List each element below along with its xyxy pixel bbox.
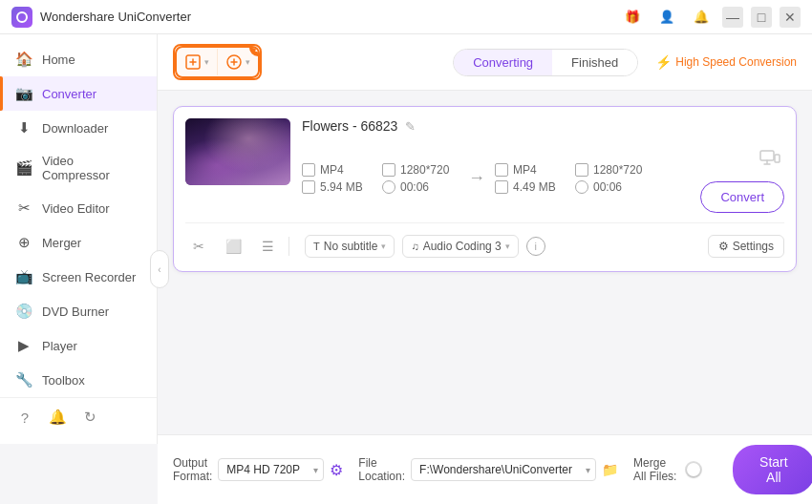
sidebar-item-compressor-label: Video Compressor [42, 154, 141, 182]
help-icon[interactable]: ? [15, 408, 34, 427]
user-icon: 👤 [659, 10, 674, 24]
source-resolution: 1280*720 [400, 163, 449, 177]
duration-icon [382, 180, 395, 194]
format-icon [302, 163, 315, 177]
subtitle-select[interactable]: T No subtitle ▾ [305, 235, 395, 258]
sidebar-item-dvd-label: DVD Burner [42, 304, 109, 319]
file-card: Flowers - 66823 ✎ MP4 [173, 106, 797, 272]
source-duration-item: 00:06 [382, 180, 459, 194]
file-location-select-wrapper: F:\Wondershare\UniConverter [411, 458, 596, 481]
gift-icon: 🎁 [625, 10, 640, 24]
tab-finished[interactable]: Finished [552, 50, 637, 75]
device-svg [758, 147, 780, 170]
trim-icon[interactable]: ✂ [185, 233, 212, 260]
crop-icon[interactable]: ⬜ [220, 233, 246, 260]
file-thumbnail [185, 118, 290, 185]
convert-button[interactable]: Convert [700, 181, 784, 213]
titlebar-actions: 🎁 👤 🔔 — □ ✕ [619, 4, 801, 31]
refresh-icon[interactable]: ↻ [80, 408, 99, 427]
file-location-select[interactable]: F:\Wondershare\UniConverter [411, 458, 596, 481]
output-format-select[interactable]: MP4 HD 720P [218, 458, 324, 481]
add-file-button[interactable]: ▾ [177, 48, 217, 76]
close-button[interactable]: ✕ [780, 7, 801, 28]
target-duration-item: 00:06 [575, 180, 652, 194]
sidebar-item-downloader-label: Downloader [42, 121, 108, 136]
bell-icon-btn[interactable]: 🔔 [688, 4, 715, 31]
audio-value: Audio Coding 3 [423, 240, 502, 253]
target-resolution-item: 1280*720 [575, 163, 652, 177]
notification-icon[interactable]: 🔔 [48, 408, 67, 427]
tab-group: Converting Finished [453, 49, 638, 76]
sidebar-item-toolbox[interactable]: 🔧 Toolbox [0, 363, 157, 397]
high-speed-button[interactable]: ⚡ High Speed Conversion [655, 54, 797, 70]
sidebar-collapse-button[interactable]: ‹ [150, 250, 169, 288]
target-format-item: MP4 [495, 163, 571, 177]
target-format: MP4 [513, 163, 537, 177]
sidebar-item-editor-label: Video Editor [42, 201, 110, 216]
source-format-item: MP4 [302, 163, 378, 177]
sidebar-item-home-label: Home [42, 52, 75, 67]
file-location-field: File Location: F:\Wondershare\UniConvert… [358, 456, 618, 483]
source-size: 5.94 MB [320, 180, 363, 194]
merger-icon: ⊕ [15, 234, 32, 251]
sidebar-item-screen-recorder[interactable]: 📺 Screen Recorder [0, 260, 157, 294]
batch-icon [225, 53, 243, 71]
device-icon[interactable] [754, 143, 784, 174]
bottom-bar: Output Format: MP4 HD 720P ⚙ File Locati… [158, 434, 812, 504]
size-icon [302, 180, 315, 194]
home-icon: 🏠 [15, 51, 32, 68]
target-format-icon [495, 163, 508, 177]
sidebar-item-home[interactable]: 🏠 Home [0, 42, 157, 76]
info-icon[interactable]: i [526, 237, 545, 256]
target-duration-icon [575, 180, 588, 194]
sidebar-item-video-editor[interactable]: ✂ Video Editor [0, 191, 157, 225]
app-logo [11, 7, 32, 28]
add-file-group: 2 ▾ ▾ [173, 44, 262, 80]
source-meta-2: 1280*720 00:06 [382, 163, 459, 194]
maximize-button[interactable]: □ [751, 7, 772, 28]
output-format-label: Output Format: [173, 456, 212, 483]
sidebar-bottom: ? 🔔 ↻ [0, 397, 157, 436]
target-resolution-icon [575, 163, 588, 177]
user-icon-btn[interactable]: 👤 [653, 4, 680, 31]
settings-button[interactable]: ⚙ Settings [708, 235, 784, 258]
sidebar-item-merger-label: Merger [42, 236, 81, 250]
output-settings-icon[interactable]: ⚙ [330, 461, 343, 479]
start-all-button[interactable]: Start All [733, 445, 812, 494]
folder-icon[interactable]: 📁 [602, 462, 618, 477]
source-duration: 00:06 [400, 180, 429, 194]
lightning-icon: ⚡ [655, 54, 672, 70]
output-format-select-wrapper: MP4 HD 720P [218, 458, 324, 481]
subtitle-chevron: ▾ [381, 242, 386, 251]
file-actions-right: Convert [700, 143, 784, 213]
audio-select[interactable]: ♫ Audio Coding 3 ▾ [402, 235, 518, 258]
dvd-burner-icon: 💿 [15, 303, 32, 320]
sidebar-item-merger[interactable]: ⊕ Merger [0, 225, 157, 260]
source-size-item: 5.94 MB [302, 180, 378, 194]
video-editor-icon: ✂ [15, 200, 32, 217]
gift-icon-btn[interactable]: 🎁 [619, 4, 646, 31]
main-layout: 🏠 Home 📷 Converter ⬇ Downloader 🎬 Video … [0, 34, 812, 504]
sidebar-item-dvd-burner[interactable]: 💿 DVD Burner [0, 294, 157, 328]
sidebar-item-player[interactable]: ▶ Player [0, 328, 157, 363]
merge-toggle[interactable] [685, 461, 703, 478]
edit-filename-icon[interactable]: ✎ [405, 119, 416, 134]
sidebar-item-downloader[interactable]: ⬇ Downloader [0, 111, 157, 145]
screen-recorder-icon: 📺 [15, 268, 32, 285]
effects-icon[interactable]: ☰ [254, 233, 281, 260]
source-resolution-item: 1280*720 [382, 163, 459, 177]
sidebar-item-video-compressor[interactable]: 🎬 Video Compressor [0, 145, 157, 191]
source-meta: MP4 5.94 MB [302, 163, 378, 194]
subtitle-value: No subtitle [324, 240, 378, 253]
target-size: 4.49 MB [513, 180, 556, 194]
merge-field: Merge All Files: [633, 456, 702, 483]
sidebar-item-converter[interactable]: 📷 Converter [0, 76, 157, 111]
app-title: Wondershare UniConverter [40, 10, 619, 24]
minimize-button[interactable]: — [722, 7, 743, 28]
file-area: Flowers - 66823 ✎ MP4 [158, 91, 812, 434]
resolution-icon [382, 163, 395, 177]
tab-converting[interactable]: Converting [454, 50, 552, 75]
add-file-chevron: ▾ [204, 57, 209, 67]
sidebar-item-toolbox-label: Toolbox [42, 373, 85, 388]
target-duration: 00:06 [593, 180, 622, 194]
